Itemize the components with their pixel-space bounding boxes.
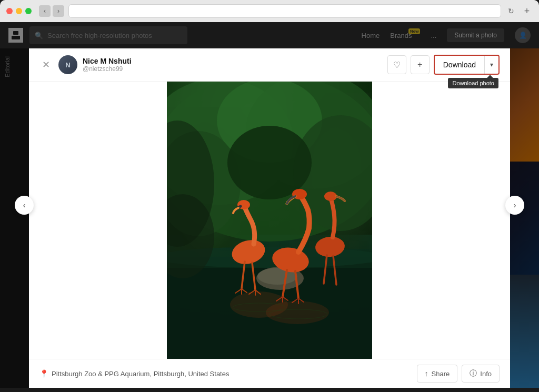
prev-photo-button[interactable]: ‹ — [15, 196, 34, 215]
modal-body — [29, 82, 510, 359]
info-label: Info — [480, 370, 492, 378]
close-window-button[interactable] — [6, 8, 13, 14]
footer-actions: ↑ Share ⓘ Info — [417, 365, 500, 383]
browser-nav-arrows: ‹ › — [39, 5, 64, 17]
browser-content: 🔍 Search free high-resolution photos Hom… — [0, 22, 539, 388]
modal-header: ✕ N Nice M Nshuti @nietzsche99 ♡ + Downl… — [29, 48, 510, 82]
like-button[interactable]: ♡ — [387, 55, 406, 74]
svg-point-23 — [324, 192, 337, 201]
svg-point-8 — [227, 126, 312, 199]
modal-footer: 📍 Pittsburgh Zoo & PPG Aquarium, Pittsbu… — [29, 359, 510, 388]
photo-container — [167, 92, 372, 348]
download-button-group: Download ▾ Download photo — [434, 55, 500, 75]
photo-modal: ✕ N Nice M Nshuti @nietzsche99 ♡ + Downl… — [29, 48, 510, 388]
photo-image — [167, 82, 372, 359]
photographer-info: Nice M Nshuti @nietzsche99 — [83, 57, 132, 73]
browser-back-button[interactable]: ‹ — [39, 5, 51, 17]
browser-forward-button[interactable]: › — [53, 5, 64, 17]
new-tab-button[interactable]: + — [521, 5, 533, 17]
reload-button[interactable]: ↻ — [505, 5, 517, 17]
info-icon: ⓘ — [470, 369, 477, 378]
add-to-collection-button[interactable]: + — [411, 55, 430, 74]
download-button[interactable]: Download — [435, 56, 484, 73]
share-label: Share — [432, 370, 450, 378]
location-info: 📍 Pittsburgh Zoo & PPG Aquarium, Pittsbu… — [39, 369, 229, 378]
location-icon: 📍 — [39, 369, 48, 378]
share-button[interactable]: ↑ Share — [417, 365, 458, 383]
info-button[interactable]: ⓘ Info — [462, 365, 500, 383]
photographer-name[interactable]: Nice M Nshuti — [83, 57, 132, 65]
photographer-handle[interactable]: @nietzsche99 — [83, 65, 132, 73]
traffic-lights — [6, 8, 32, 14]
photographer-avatar[interactable]: N — [58, 55, 77, 74]
address-bar[interactable] — [68, 4, 501, 18]
svg-point-27 — [266, 301, 329, 324]
next-photo-button[interactable]: › — [505, 196, 524, 215]
minimize-window-button[interactable] — [16, 8, 22, 14]
window-chrome: ‹ › ↻ + — [0, 0, 539, 22]
download-tooltip: Download photo — [448, 78, 498, 88]
download-options-button[interactable]: ▾ — [485, 57, 498, 73]
close-modal-button[interactable]: ✕ — [39, 58, 52, 71]
maximize-window-button[interactable] — [25, 8, 32, 14]
modal-actions: ♡ + Download ▾ Download photo — [387, 55, 500, 75]
location-text: Pittsburgh Zoo & PPG Aquarium, Pittsburg… — [52, 370, 229, 378]
share-icon: ↑ — [425, 369, 428, 378]
